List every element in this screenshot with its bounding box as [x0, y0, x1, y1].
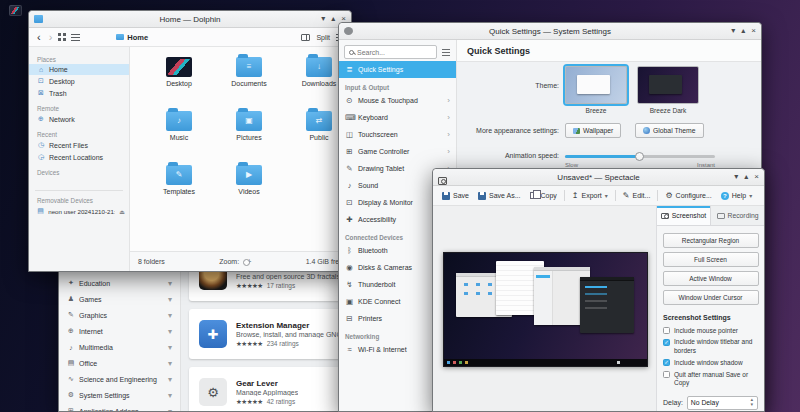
search-field[interactable] [344, 45, 437, 59]
sidebar-menu-button[interactable] [441, 47, 451, 57]
spectacle-toolbar: Save Save As... Copy ↥Export▾ ✎Edit... ⚙… [433, 186, 764, 206]
discover-category-office[interactable]: ▤Office▾ [59, 355, 180, 371]
tab-screenshot[interactable]: Screenshot [657, 206, 711, 225]
tab-recording[interactable]: Recording [711, 206, 764, 225]
minimize-button[interactable]: ▾ [734, 173, 738, 181]
nav-quick-settings[interactable]: ≣Quick Settings [339, 61, 456, 78]
place-network[interactable]: ⊕Network [29, 113, 129, 125]
desktop-shortcut-icon[interactable] [9, 5, 22, 16]
system-settings-titlebar[interactable]: Quick Settings — System Settings ▾ ▴ × [339, 23, 761, 40]
place-trash[interactable]: ⊠Trash [29, 87, 129, 99]
eject-icon[interactable]: ⏏ [119, 208, 125, 215]
window-under-cursor-button[interactable]: Window Under Cursor [663, 290, 759, 305]
theme-breeze-thumbnail[interactable] [565, 66, 627, 104]
breadcrumb[interactable]: Home [116, 33, 148, 42]
discover-category-multimedia[interactable]: ♪Multimedia▾ [59, 339, 180, 355]
icons-view-button[interactable] [58, 33, 67, 42]
folder-item-documents[interactable]: ≡Documents [214, 57, 284, 101]
dolphin-statusbar: 8 folders Zoom: + 1.4 GiB free [130, 251, 351, 271]
global-theme-button[interactable]: Global Theme [635, 123, 704, 138]
option-include-window-shadow[interactable]: Include window shadow [663, 359, 758, 367]
edit-button[interactable]: ✎Edit... [619, 190, 655, 202]
delay-spinbox[interactable]: No Delay▲▼ [687, 396, 758, 410]
discover-category-application-addons[interactable]: ⊞Application Addons▾ [59, 403, 180, 412]
discover-category-internet[interactable]: ⊕Internet▾ [59, 323, 180, 339]
configure-button[interactable]: ⚙Configure... [661, 190, 715, 202]
export-button[interactable]: ↥Export▾ [568, 190, 612, 202]
checkbox[interactable] [663, 339, 670, 346]
discover-category-system-settings[interactable]: ⚙System Settings▾ [59, 387, 180, 403]
details-view-button[interactable] [71, 33, 80, 42]
chevron-right-icon: ▾ [168, 279, 172, 288]
places-divider [35, 190, 123, 191]
nav-keyboard[interactable]: ⌨Keyboard› [339, 109, 456, 126]
discover-category-games[interactable]: ♟Games▾ [59, 291, 180, 307]
split-button[interactable]: Split [316, 34, 330, 41]
preview-mini-window [580, 277, 634, 333]
templates-folder-icon: ✎ [166, 165, 192, 185]
nav-touchscreen[interactable]: ◫Touchscreen› [339, 126, 456, 143]
split-icon [301, 34, 310, 41]
close-button[interactable]: × [751, 27, 756, 35]
games-icon: ♟ [67, 295, 75, 303]
copy-icon [530, 192, 536, 199]
place-removable-device[interactable]: ▤neon user 20241210-21:09⏏ [29, 205, 129, 217]
animation-speed-slider[interactable] [565, 155, 715, 158]
zoom-slider-knob[interactable] [243, 259, 250, 266]
dolphin-titlebar[interactable]: Home — Dolphin ▾ ▴ × [29, 11, 351, 28]
discover-category-science[interactable]: ∿Science and Engineering▾ [59, 371, 180, 387]
save-as-button[interactable]: Save As... [474, 190, 525, 202]
folder-item-videos[interactable]: ▶Videos [214, 165, 284, 209]
checkbox[interactable] [663, 327, 670, 334]
rectangular-region-button[interactable]: Rectangular Region [663, 233, 759, 248]
option-quit-after-save-copy[interactable]: Quit after manual Save or Copy [663, 371, 758, 388]
active-window-button[interactable]: Active Window [663, 271, 759, 286]
option-include-titlebar-borders[interactable]: Include window titlebar and borders [663, 338, 758, 355]
animation-speed-knob[interactable] [635, 152, 644, 161]
place-desktop[interactable]: ⊡Desktop [29, 75, 129, 87]
place-recent-files[interactable]: ◷Recent Files [29, 139, 129, 151]
folder-item-pictures[interactable]: ▣Pictures [214, 111, 284, 155]
desktop-icon: ⊡ [37, 77, 45, 85]
place-home[interactable]: ⌂Home [29, 64, 129, 75]
nav-mouse-touchpad[interactable]: ⊙Mouse & Touchpad› [339, 92, 456, 109]
checkbox[interactable] [663, 371, 670, 378]
recording-icon [717, 213, 725, 219]
copy-button[interactable]: Copy [526, 190, 561, 201]
maximize-button[interactable]: ▴ [331, 15, 335, 23]
nav-game-controller[interactable]: ⊞Game Controller› [339, 143, 456, 160]
minimize-button[interactable]: ▾ [731, 27, 735, 35]
extension-manager-icon: ✚ [199, 320, 227, 348]
wallpaper-button[interactable]: Wallpaper [565, 123, 621, 138]
folder-item-music[interactable]: ♪Music [144, 111, 214, 155]
addons-icon: ⊞ [67, 407, 75, 412]
rating-count: 234 ratings [267, 340, 299, 347]
theme-breeze-dark-thumbnail[interactable] [637, 66, 699, 104]
help-button[interactable]: ?Help▾ [717, 190, 756, 202]
discover-category-education[interactable]: ✦Education▾ [59, 275, 180, 291]
folder-item-desktop[interactable]: Desktop [144, 57, 214, 101]
close-button[interactable]: × [754, 173, 759, 181]
discover-category-graphics[interactable]: ✎Graphics▾ [59, 307, 180, 323]
maximize-button[interactable]: ▴ [741, 27, 745, 35]
touchscreen-icon: ◫ [345, 130, 354, 139]
maximize-button[interactable]: ▴ [744, 173, 748, 181]
system-settings-icon: ⚙ [67, 391, 75, 399]
delay-label: Delay: [663, 399, 683, 406]
full-screen-button[interactable]: Full Screen [663, 252, 759, 267]
spectacle-titlebar[interactable]: Unsaved* — Spectacle ▾ ▴ × [433, 169, 764, 186]
place-recent-locations[interactable]: ◶Recent Locations [29, 151, 129, 163]
option-include-mouse-pointer[interactable]: Include mouse pointer [663, 327, 758, 335]
minimize-button[interactable]: ▾ [321, 15, 325, 23]
forward-button[interactable]: › [47, 32, 55, 43]
back-button[interactable]: ‹ [35, 32, 43, 43]
search-input[interactable] [357, 49, 432, 56]
rating-stars: ★★★★★ [236, 340, 263, 348]
nav-header-input-output: Input & Output [339, 78, 456, 92]
save-button[interactable]: Save [438, 190, 473, 202]
folder-icon [116, 34, 124, 40]
places-section-header: Places [37, 56, 129, 63]
checkbox[interactable] [663, 359, 670, 366]
spinbox-arrows[interactable]: ▲▼ [750, 398, 754, 407]
folder-item-templates[interactable]: ✎Templates [144, 165, 214, 209]
